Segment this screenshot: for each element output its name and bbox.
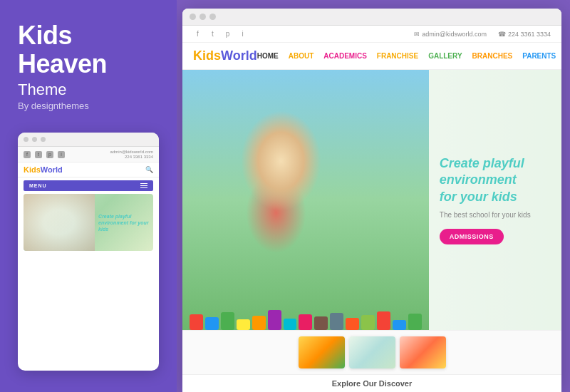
mini-topbar: f t p i admin@kidsworld.com 224 3361 333…	[18, 147, 159, 163]
nav-gallery[interactable]: GALLERY	[428, 52, 462, 60]
logo-kids: Kids	[193, 48, 221, 63]
mini-email: admin@kidsworld.com	[110, 150, 153, 154]
dot-3	[41, 137, 46, 142]
mini-phone: 224 3361 3334	[125, 155, 153, 159]
lego-block-9	[314, 316, 328, 330]
thumbnails-row	[182, 330, 561, 374]
hero-line3: for your kids	[440, 190, 517, 204]
mini-hero-image	[24, 194, 95, 251]
browser-dot-2	[200, 14, 206, 20]
phone-number: 224 3361 3334	[508, 31, 551, 38]
theme-by: By designthemes	[18, 100, 159, 111]
mini-hero: Create playful environment for your kids	[24, 194, 153, 251]
site-header: KidsWorld HOME ABOUT ACADEMICS FRANCHISE…	[182, 43, 561, 70]
site-email: ✉ admin@kidsworld.com	[414, 31, 487, 38]
hero-image-area	[182, 70, 429, 330]
mini-logo-world: World	[41, 165, 63, 174]
phone-icon: ☎	[498, 31, 506, 38]
mini-menu-bar[interactable]: MENU	[24, 180, 153, 191]
thumbnail-3[interactable]	[400, 336, 446, 368]
lego-block-5	[252, 316, 266, 330]
admissions-button[interactable]: ADMISSIONS	[440, 229, 504, 244]
site-logo: KidsWorld	[193, 48, 257, 63]
email-icon: ✉	[414, 31, 420, 38]
lego-block-8	[299, 314, 312, 330]
lego-block-14	[393, 320, 406, 330]
thumbnail-2[interactable]	[349, 336, 395, 368]
site-nav: HOME ABOUT ACADEMICS FRANCHISE GALLERY B…	[257, 52, 561, 60]
lego-block-2	[205, 317, 219, 330]
thumbnail-1[interactable]	[299, 336, 345, 368]
dot-1	[24, 137, 28, 142]
instagram-icon[interactable]: i	[238, 29, 247, 38]
lego-block-1	[190, 314, 203, 330]
lego-block-10	[330, 313, 343, 330]
nav-home[interactable]: HOME	[257, 52, 279, 60]
desktop-browser-preview: f t p i ✉ admin@kidsworld.com ☎ 224 3361…	[182, 9, 561, 392]
browser-dot-3	[209, 14, 216, 20]
mini-browser-preview: f t p i admin@kidsworld.com 224 3361 333…	[18, 133, 159, 371]
child-figure	[182, 70, 429, 330]
twitter-icon[interactable]: t	[208, 29, 217, 38]
lego-block-6	[268, 310, 281, 330]
email-address: admin@kidsworld.com	[422, 31, 487, 38]
nav-franchise[interactable]: FRANCHISE	[377, 52, 418, 60]
lego-blocks	[182, 301, 429, 330]
lego-block-12	[361, 315, 375, 330]
lego-block-4	[237, 319, 250, 330]
mini-menu-label: MENU	[29, 183, 47, 188]
theme-subtitle: Theme	[18, 81, 159, 99]
mini-hero-text: Create playful environment for your kids	[95, 194, 153, 251]
theme-title: Kids Heaven	[18, 21, 159, 78]
left-panel: Kids Heaven Theme By designthemes f t p …	[0, 0, 177, 392]
lego-block-3	[221, 312, 234, 330]
lego-block-11	[346, 318, 359, 330]
dot-2	[32, 137, 37, 142]
hero-text-area: Create playful environment for your kids…	[429, 70, 561, 330]
hero-subtext: The best school for your kids	[440, 211, 551, 219]
mini-social-icons: f t p i	[24, 151, 65, 158]
nav-branches[interactable]: BRANCHES	[472, 52, 513, 60]
explore-section-label: Explore Our Discover	[182, 374, 561, 392]
hamburger-icon	[140, 183, 147, 188]
mini-child-figure	[24, 194, 95, 251]
hero-line2: environment	[440, 172, 517, 187]
mini-logo-kids: Kids	[24, 165, 41, 174]
mini-twitter-icon: t	[35, 151, 42, 158]
mini-facebook-icon: f	[24, 151, 31, 158]
browser-chrome	[182, 9, 561, 26]
lego-block-7	[284, 319, 297, 330]
pinterest-icon[interactable]: p	[223, 29, 232, 38]
site-hero: Create playful environment for your kids…	[182, 70, 561, 330]
title-heaven: Heaven	[18, 49, 107, 78]
nav-academics[interactable]: ACADEMICS	[323, 52, 367, 60]
mini-browser-bar	[18, 133, 159, 147]
mini-hero-heading: Create playful environment for your kids	[98, 213, 150, 232]
browser-dot-1	[190, 14, 196, 20]
logo-world: World	[221, 48, 257, 63]
nav-parents[interactable]: PARENTS	[522, 52, 556, 60]
hero-line1: Create playful	[440, 156, 524, 170]
hero-headline: Create playful environment for your kids	[440, 155, 551, 205]
title-kids: Kids	[18, 21, 72, 50]
theme-title-block: Kids Heaven Theme By designthemes	[18, 21, 159, 111]
site-topbar: f t p i ✉ admin@kidsworld.com ☎ 224 3361…	[182, 26, 561, 43]
mini-logo: KidsWorld	[24, 165, 63, 174]
lego-block-13	[377, 311, 390, 330]
explore-label: Explore Our Discover	[332, 379, 413, 388]
nav-about[interactable]: ABOUT	[289, 52, 314, 60]
mini-logo-bar: KidsWorld 🔍	[18, 163, 159, 177]
mini-pinterest-icon: p	[46, 151, 53, 158]
facebook-icon[interactable]: f	[193, 29, 202, 38]
site-social-icons: f t p i	[193, 29, 247, 38]
lego-block-15	[408, 314, 422, 330]
mini-instagram-icon: i	[58, 151, 65, 158]
site-phone: ☎ 224 3361 3334	[498, 31, 551, 38]
site-contact-info: ✉ admin@kidsworld.com ☎ 224 3361 3334	[414, 31, 551, 38]
mini-contact-info: admin@kidsworld.com 224 3361 3334	[110, 150, 153, 159]
mini-search-icon: 🔍	[145, 166, 153, 173]
